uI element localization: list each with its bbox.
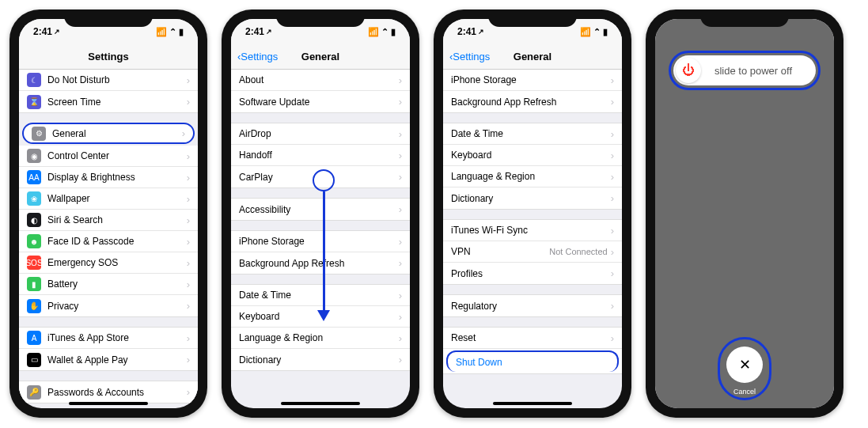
chevron-icon: › (187, 150, 190, 162)
settings-row[interactable]: Dictionary› (443, 187, 622, 209)
settings-row[interactable]: Language & Region› (231, 328, 410, 349)
phone-general-top: 2:41↗ 📶⌃▮ ‹Settings General About›Softwa… (222, 9, 419, 418)
wallet-apple-pay-icon: ▭ (27, 353, 41, 367)
chevron-icon: › (399, 171, 402, 183)
chevron-icon: › (187, 354, 190, 366)
settings-row[interactable]: Dictionary› (231, 349, 410, 370)
chevron-icon: › (187, 236, 190, 248)
chevron-icon: › (611, 96, 614, 108)
settings-row[interactable]: AiTunes & App Store› (19, 328, 198, 349)
settings-row[interactable]: ☻Face ID & Passcode› (19, 231, 198, 252)
chevron-icon: › (187, 74, 190, 86)
settings-row[interactable]: ◉Control Center› (19, 146, 198, 167)
chevron-icon: › (399, 236, 402, 248)
wallpaper-icon: ❀ (27, 191, 41, 206)
settings-row[interactable]: Software Update› (231, 91, 410, 112)
chevron-icon: › (399, 257, 402, 269)
chevron-icon: › (187, 257, 190, 269)
settings-row[interactable]: SOSEmergency SOS› (19, 252, 198, 274)
chevron-icon: › (187, 193, 190, 205)
settings-row[interactable]: CarPlay› (231, 166, 410, 187)
cancel-label: Cancel (733, 388, 756, 396)
chevron-icon: › (399, 290, 402, 301)
battery-icon: ▮ (27, 277, 41, 291)
settings-row[interactable]: Date & Time› (443, 123, 622, 145)
chevron-icon: › (187, 332, 190, 344)
close-icon: ✕ (739, 356, 751, 373)
chevron-icon: › (187, 300, 190, 312)
settings-row[interactable]: ❀Wallpaper› (19, 188, 198, 210)
back-button[interactable]: ‹Settings (449, 51, 490, 62)
settings-row[interactable]: AirDrop› (231, 123, 410, 145)
chevron-icon: › (399, 150, 402, 161)
control-center-icon: ◉ (27, 149, 41, 163)
settings-row[interactable]: ▭Wallet & Apple Pay› (19, 349, 198, 370)
do-not-disturb-icon: ☾ (27, 73, 41, 87)
row-shut-down[interactable]: Shut Down (446, 350, 619, 372)
page-title: General (301, 51, 339, 62)
chevron-icon: › (187, 386, 190, 398)
chevron-icon: › (399, 128, 402, 140)
chevron-icon: › (187, 278, 190, 290)
face-id-passcode-icon: ☻ (27, 234, 41, 248)
battery-icon: ▮ (179, 27, 184, 37)
settings-row[interactable]: Keyboard› (443, 145, 622, 166)
chevron-icon: › (611, 150, 614, 161)
chevron-icon: › (611, 300, 614, 312)
chevron-icon: › (611, 267, 614, 279)
row-general[interactable]: ⚙ General › (22, 123, 195, 144)
settings-row[interactable]: Handoff› (231, 145, 410, 166)
chevron-icon: › (399, 354, 402, 366)
passwords-accounts-icon: 🔑 (27, 385, 41, 400)
settings-row[interactable]: ▮Battery› (19, 274, 198, 295)
siri-search-icon: ◐ (27, 213, 41, 227)
chevron-icon: › (182, 127, 185, 139)
settings-row[interactable]: Keyboard› (231, 306, 410, 328)
chevron-icon: › (399, 96, 402, 108)
settings-row[interactable]: Background App Refresh› (443, 91, 622, 112)
row-reset[interactable]: Reset › (443, 328, 622, 349)
settings-row[interactable]: Date & Time› (231, 285, 410, 306)
settings-row[interactable]: Language & Region› (443, 166, 622, 187)
settings-row[interactable]: iPhone Storage› (231, 231, 410, 252)
settings-row[interactable]: About› (231, 70, 410, 91)
settings-row[interactable]: Accessibility› (231, 199, 410, 220)
navbar: Settings (19, 44, 198, 70)
settings-row[interactable]: ⌛Screen Time› (19, 91, 198, 112)
wifi-icon: ⌃ (169, 27, 176, 37)
power-knob[interactable]: ⏻ (676, 58, 701, 83)
back-button[interactable]: ‹Settings (237, 51, 278, 62)
itunes-app-store-icon: A (27, 331, 41, 345)
slide-to-power-off[interactable]: ⏻ slide to power off (673, 55, 816, 85)
chevron-icon: › (399, 203, 402, 215)
settings-row[interactable]: Regulatory› (443, 295, 622, 316)
settings-row[interactable]: iPhone Storage› (443, 70, 622, 91)
settings-row[interactable]: ✋Privacy› (19, 295, 198, 316)
settings-row[interactable]: 🔑Passwords & Accounts› (19, 381, 198, 403)
page-title: General (514, 51, 552, 62)
chevron-icon: › (399, 311, 402, 323)
settings-row[interactable]: Background App Refresh› (231, 252, 410, 274)
settings-row[interactable]: ◐Siri & Search› (19, 210, 198, 231)
phone-general-bottom: 2:41↗ 📶⌃▮ ‹Settings General iPhone Stora… (434, 9, 631, 418)
privacy-icon: ✋ (27, 299, 41, 313)
settings-row[interactable]: iTunes Wi-Fi Sync› (443, 220, 622, 241)
display-brightness-icon: AA (27, 170, 41, 184)
chevron-icon: › (187, 96, 190, 108)
page-title: Settings (88, 51, 128, 62)
emergency-sos-icon: SOS (27, 256, 41, 270)
chevron-icon: › (611, 74, 614, 86)
signal-icon: 📶 (156, 27, 167, 37)
settings-row[interactable]: AADisplay & Brightness› (19, 167, 198, 188)
settings-row[interactable]: ☾Do Not Disturb› (19, 70, 198, 91)
phone-settings-main: 2:41↗ 📶⌃▮ Settings ☾Do Not Disturb›⌛Scre… (9, 9, 207, 418)
phone-power-off: ⏻ slide to power off ✕ Cancel (646, 9, 843, 418)
chevron-icon: › (611, 192, 614, 204)
chevron-icon: › (187, 214, 190, 226)
gear-icon: ⚙ (32, 127, 46, 141)
settings-row[interactable]: Profiles› (443, 263, 622, 284)
cancel-button[interactable]: ✕ (726, 347, 763, 383)
settings-row[interactable]: VPNNot Connected› (443, 241, 622, 263)
chevron-icon: › (611, 246, 614, 258)
chevron-icon: › (611, 128, 614, 140)
